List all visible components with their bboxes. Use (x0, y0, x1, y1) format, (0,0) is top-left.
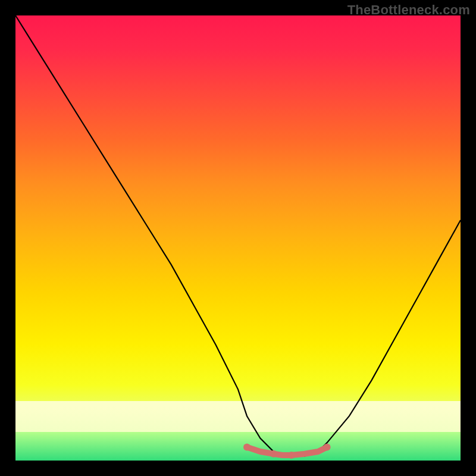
bottom-marker-curve (247, 447, 327, 455)
main-curve (15, 15, 461, 456)
marker-dot (324, 444, 331, 451)
plot-area (15, 15, 461, 461)
marker-dot (270, 450, 277, 458)
chart-stage: TheBottleneck.com (0, 0, 476, 476)
curve-layer (15, 15, 461, 461)
marker-dot (288, 452, 295, 459)
marker-dot (243, 444, 250, 451)
